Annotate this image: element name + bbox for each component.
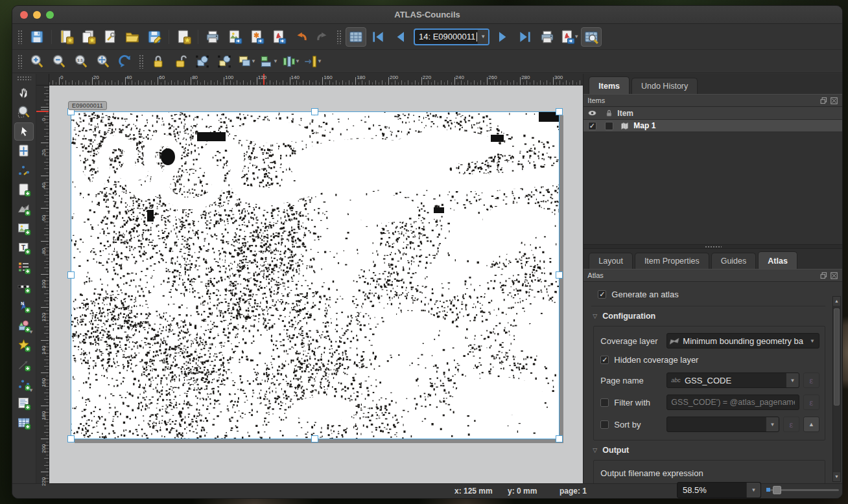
select-move-item-tool-button[interactable] <box>14 122 34 141</box>
filter-with-checkbox[interactable]: ✓ <box>600 398 609 407</box>
raise-items-button[interactable]: ▼ <box>236 52 257 71</box>
tab-items[interactable]: Items <box>589 76 630 94</box>
scrollbar-thumb[interactable] <box>834 308 840 406</box>
move-item-content-tool-button[interactable] <box>14 142 34 160</box>
chevron-down-icon[interactable]: ▼ <box>786 373 799 387</box>
add-arrow-button[interactable] <box>14 356 34 374</box>
filter-expression-input[interactable] <box>666 395 799 410</box>
add-html-button[interactable] <box>14 395 34 413</box>
zoom-level-combobox[interactable]: 58.5% ▼ <box>677 482 761 498</box>
sort-by-checkbox[interactable]: ✓ <box>600 420 609 429</box>
add-north-arrow-button[interactable]: N <box>14 297 34 315</box>
print-layout-button[interactable] <box>202 27 223 47</box>
generate-atlas-checkbox[interactable]: ✓ Generate an atlas <box>598 290 825 299</box>
save-project-button[interactable] <box>27 27 47 47</box>
hidden-coverage-layer-checkbox[interactable]: ✓ Hidden coverage layer <box>600 355 819 365</box>
float-panel-icon[interactable] <box>819 97 828 105</box>
sort-expression-button[interactable]: ε <box>783 417 799 432</box>
edit-nodes-item-tool-button[interactable] <box>14 161 34 179</box>
page-name-combobox[interactable]: abc GSS_CODE ▼ <box>666 372 799 388</box>
atlas-panel-scrollbar[interactable]: ▲ ▼ <box>832 296 841 482</box>
add-marker-button[interactable] <box>14 336 34 354</box>
zoom-full-button[interactable] <box>93 52 113 71</box>
scroll-up-arrow[interactable]: ▲ <box>833 297 840 306</box>
atlas-feature-combobox[interactable]: 14: E09000011▼ <box>414 29 489 45</box>
zoom-slider[interactable] <box>768 489 839 491</box>
zoom-slider-handle[interactable] <box>773 486 781 494</box>
first-feature-button[interactable] <box>368 27 388 47</box>
group-items-button[interactable] <box>192 52 213 71</box>
panel-splitter[interactable] <box>583 244 842 249</box>
atlas-settings-button[interactable] <box>581 27 602 47</box>
zoom-tool-button[interactable] <box>14 103 34 121</box>
page-name-expression-button[interactable]: ε <box>803 372 819 388</box>
float-panel-icon[interactable] <box>819 271 828 280</box>
scroll-down-arrow[interactable]: ▼ <box>833 472 840 481</box>
add-attribute-table-button[interactable] <box>14 414 34 432</box>
add-label-button[interactable]: T <box>14 239 34 257</box>
layout-manager-button[interactable] <box>100 27 121 47</box>
next-feature-button[interactable] <box>493 27 513 47</box>
add-map-button[interactable] <box>14 181 34 199</box>
zoom-out-button[interactable] <box>49 52 69 71</box>
distribute-items-button[interactable]: ▼ <box>280 52 301 71</box>
close-panel-icon[interactable] <box>830 271 838 280</box>
add-scale-bar-button[interactable] <box>14 278 34 296</box>
redo-button[interactable] <box>312 27 333 47</box>
preview-atlas-button[interactable] <box>346 27 366 47</box>
tab-undo-history[interactable]: Undo History <box>631 78 698 94</box>
lock-selected-items-button[interactable] <box>148 52 169 71</box>
unlock-all-items-button[interactable] <box>170 52 191 71</box>
layout-canvas[interactable]: E09000011 <box>49 86 583 483</box>
print-atlas-button[interactable] <box>537 27 558 47</box>
export-as-image-button[interactable] <box>224 27 245 47</box>
tab-item-properties[interactable]: Item Properties <box>635 253 709 269</box>
zoom-in-button[interactable] <box>27 52 47 71</box>
save-as-template-button[interactable] <box>144 27 165 47</box>
toolbar-drag-handle[interactable] <box>17 76 31 82</box>
chevron-down-icon[interactable]: ▼ <box>477 30 488 44</box>
undo-button[interactable] <box>290 27 311 47</box>
add-pages-button[interactable] <box>173 27 194 47</box>
item-visible-checkbox[interactable]: ✓ <box>588 122 596 130</box>
zoom-actual-size-button[interactable]: 1:1 <box>71 52 91 71</box>
add-legend-button[interactable] <box>14 258 34 277</box>
chevron-down-icon[interactable]: ▼ <box>746 483 760 498</box>
toolbar-drag-handle[interactable] <box>18 54 23 69</box>
titlebar[interactable]: ATLAS-Councils <box>12 6 842 24</box>
toolbar-drag-handle[interactable] <box>139 54 145 69</box>
map-item[interactable] <box>71 111 559 439</box>
add-shape-button[interactable]: ▼ <box>14 317 34 335</box>
previous-feature-button[interactable] <box>390 27 410 47</box>
toolbar-drag-handle[interactable] <box>18 30 23 44</box>
filter-expression-button[interactable]: ε <box>803 395 819 410</box>
duplicate-layout-button[interactable] <box>78 27 99 47</box>
configuration-section-header[interactable]: ▽ Configuration <box>593 312 825 321</box>
resize-items-button[interactable]: ▼ <box>302 52 323 71</box>
close-panel-icon[interactable] <box>830 97 838 105</box>
refresh-view-button[interactable] <box>115 52 135 71</box>
toolbar-drag-handle[interactable] <box>336 30 342 44</box>
tab-layout[interactable]: Layout <box>589 253 633 269</box>
item-row-map1[interactable]: ✓ ✓ Map 1 <box>583 120 842 132</box>
pan-layout-tool-button[interactable] <box>14 84 34 102</box>
tab-atlas[interactable]: Atlas <box>758 251 797 269</box>
layout-page[interactable] <box>71 111 559 439</box>
add-3d-map-button[interactable] <box>14 200 34 218</box>
generate-atlas-checkbox-box[interactable]: ✓ <box>598 290 606 299</box>
export-as-svg-button[interactable] <box>246 27 267 47</box>
item-lock-checkbox[interactable]: ✓ <box>605 122 613 130</box>
export-atlas-as-pdf-button[interactable]: ▼ <box>559 27 580 47</box>
add-picture-button[interactable] <box>14 220 34 238</box>
last-feature-button[interactable] <box>515 27 536 47</box>
sort-by-combobox[interactable]: ▼ <box>666 417 779 432</box>
coverage-layer-select[interactable]: Minimum bounding geometry ba ▼ <box>666 333 819 349</box>
new-layout-button[interactable] <box>56 27 77 47</box>
align-items-button[interactable]: ▼ <box>258 52 279 71</box>
add-node-item-button[interactable]: ▼ <box>14 375 34 393</box>
open-template-button[interactable] <box>122 27 143 47</box>
export-as-pdf-button[interactable] <box>268 27 289 47</box>
output-section-header[interactable]: ▽ Output <box>593 446 825 455</box>
sort-ascending-button[interactable]: ▲ <box>803 417 819 432</box>
tab-guides[interactable]: Guides <box>711 253 757 269</box>
